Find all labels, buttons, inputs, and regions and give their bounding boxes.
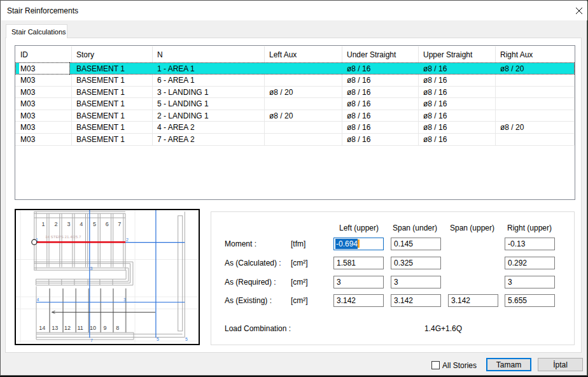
svg-text:8: 8: [116, 325, 119, 331]
svg-text:3: 3: [90, 266, 92, 271]
svg-text:11: 11: [77, 325, 83, 331]
svg-text:7: 7: [90, 338, 93, 343]
svg-text:5: 5: [93, 221, 96, 227]
svg-text:13: 13: [52, 325, 58, 331]
svg-text:10: 10: [90, 325, 96, 331]
svg-text:5: 5: [157, 337, 159, 341]
svg-text:7: 7: [118, 221, 121, 227]
svg-text:3: 3: [67, 221, 71, 227]
svg-text:2: 2: [55, 221, 58, 227]
svg-text:3: 3: [123, 297, 126, 302]
svg-text:6: 6: [106, 221, 109, 227]
svg-text:14 STEPS 21.4/25.7: 14 STEPS 21.4/25.7: [45, 234, 81, 239]
svg-text:4: 4: [80, 221, 83, 227]
svg-text:9: 9: [104, 325, 107, 331]
svg-text:14: 14: [39, 325, 45, 331]
svg-text:1: 1: [42, 221, 45, 227]
svg-text:12: 12: [64, 325, 71, 331]
svg-text:2: 2: [126, 238, 129, 242]
svg-text:4: 4: [37, 297, 39, 302]
svg-text:5: 5: [185, 337, 188, 341]
